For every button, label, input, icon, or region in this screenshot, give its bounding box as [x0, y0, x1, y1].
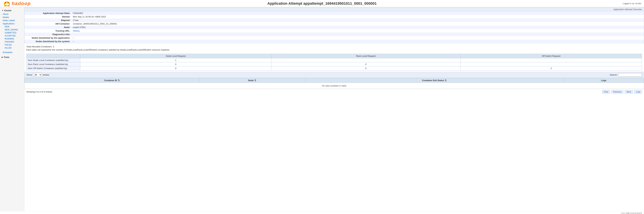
- page-header: hadoop Application Attempt appattempt_16…: [0, 0, 644, 7]
- info-label: Diagnostics Info:: [24, 32, 72, 36]
- cluster-toggle-icon: ▼: [2, 10, 3, 12]
- sidebar-sub-item-running[interactable]: RUNNING: [0, 37, 24, 40]
- stats-col-header-1: Node Local Request: [80, 54, 272, 58]
- sidebar-item-scheduler[interactable]: Scheduler: [0, 51, 24, 54]
- page-title: Application Attempt appattempt_169441950…: [268, 1, 377, 6]
- info-panel: Application Attempt Overview Application…: [24, 7, 644, 43]
- info-value: –: [72, 36, 644, 40]
- footer: ©UH 无趣可乐技术有益系: [0, 211, 644, 214]
- sidebar-sub-item-new_saving[interactable]: NEW_SAVING: [0, 28, 24, 31]
- info-label: Application Attempt State:: [24, 12, 72, 15]
- next-button[interactable]: Next: [625, 90, 633, 94]
- last-button[interactable]: Last: [634, 90, 642, 94]
- stats-cell-2-2: 2: [460, 66, 642, 70]
- stats-cell-1-0: 0: [80, 62, 272, 66]
- info-table-body: Application Attempt State:FINISHEDStarte…: [24, 12, 644, 43]
- entries-controls: Show 102050100 entries Search:: [24, 72, 644, 78]
- data-col-header-node[interactable]: Node ⇅: [199, 78, 305, 83]
- entries-right: Search:: [610, 73, 642, 76]
- info-label: Nodes blacklisted by the system:: [24, 40, 72, 43]
- previous-button[interactable]: Previous: [611, 90, 624, 94]
- info-label: Elapsed:: [24, 18, 72, 22]
- cluster-section[interactable]: ▼ Cluster: [0, 8, 24, 12]
- stats-row-label-0: Num Node Local Containers (satisfied by): [26, 58, 80, 62]
- sidebar-item-applications[interactable]: Applications: [0, 22, 24, 25]
- stats-cell-0-0: 1: [80, 58, 272, 62]
- info-value[interactable]: History: [72, 29, 644, 32]
- sidebar-item-node-labels[interactable]: Node Labels: [0, 19, 24, 22]
- tools-toggle-icon: ▶: [2, 56, 3, 58]
- pagination-buttons: First Previous Next Last: [601, 90, 642, 94]
- total-containers-label: Total Allocated Containers: 3: [26, 45, 642, 48]
- info-value: 17sec: [72, 18, 644, 22]
- data-col-header-logs[interactable]: Logs: [564, 78, 644, 83]
- sidebar: ▼ Cluster About Nodes Node Labels Applic…: [0, 7, 24, 211]
- applications-sub-links: NEWNEW_SAVINGSUBMITTEDACCEPTEDRUNNINGFIN…: [0, 25, 24, 50]
- info-value: [72, 32, 644, 36]
- svg-rect-5: [8, 5, 10, 6]
- stats-cell-0-1: [271, 58, 460, 62]
- info-value: Mon Sep 11 16:06:16 +0800 2023: [72, 15, 644, 18]
- stats-cell-1-1: 0: [271, 62, 460, 66]
- sidebar-divider-2: [0, 54, 24, 55]
- stats-col-header-3: Off Switch Request: [460, 54, 642, 58]
- sort-icon-1: ⇅: [254, 79, 256, 82]
- entries-left: Show 102050100 entries: [26, 73, 49, 77]
- show-label: Show: [26, 74, 32, 76]
- sidebar-item-about[interactable]: About: [0, 12, 24, 16]
- pagination: Showing 0 to 0 of 0 entries First Previo…: [24, 89, 644, 94]
- sidebar-sub-item-killed[interactable]: KILLED: [0, 46, 24, 50]
- hadoop-text: hadoop: [12, 1, 31, 6]
- stats-col-header-0: [26, 54, 80, 58]
- stats-row-label-2: Num Off Switch Containers (satisfied by): [26, 66, 80, 70]
- data-table: Container ID ⇅Node ⇅Container Exit Statu…: [24, 78, 644, 89]
- tools-section[interactable]: ▶ Tools: [0, 55, 24, 59]
- sidebar-sub-item-submitted[interactable]: SUBMITTED: [0, 31, 24, 34]
- search-input[interactable]: [618, 73, 642, 76]
- sort-icon-2: ⇅: [445, 79, 446, 82]
- svg-point-7: [5, 2, 6, 3]
- info-label: Tracking URL:: [24, 29, 72, 32]
- sidebar-sub-item-new[interactable]: NEW: [0, 25, 24, 28]
- cluster-label: Cluster: [4, 9, 12, 12]
- sidebar-sub-item-failed[interactable]: FAILED: [0, 43, 24, 46]
- search-label: Search:: [610, 74, 617, 76]
- sidebar-divider: [0, 50, 24, 51]
- info-label: Node:: [24, 26, 72, 29]
- logged-in-label: Logged in as: dr.who: [623, 2, 641, 5]
- stats-table-body: Num Node Local Containers (satisfied by)…: [26, 58, 642, 70]
- data-col-header-container-id[interactable]: Container ID ⇅: [24, 78, 200, 83]
- main-content: Application Attempt Overview Application…: [24, 7, 644, 211]
- svg-point-8: [8, 2, 8, 3]
- data-table-body: No data available in table: [24, 83, 644, 89]
- first-button[interactable]: First: [602, 90, 610, 94]
- stats-cell-2-0: 0: [80, 66, 272, 70]
- stats-table-wrapper: Node Local RequestRack Local RequestOff …: [24, 54, 644, 70]
- stats-description: Each table cell represents the number of…: [26, 48, 642, 51]
- stats-table: Node Local RequestRack Local RequestOff …: [26, 54, 642, 70]
- sort-icon-0: ⇅: [118, 79, 120, 82]
- hadoop-logo-icon: [3, 0, 11, 7]
- show-entries-select[interactable]: 102050100: [33, 73, 42, 77]
- main-layout: ▼ Cluster About Nodes Node Labels Applic…: [0, 7, 644, 211]
- info-label: Started:: [24, 15, 72, 18]
- footer-text: ©UH 无趣可乐技术有益系: [621, 212, 642, 214]
- tracking-url-link[interactable]: History: [73, 30, 80, 32]
- info-value: FINISHED: [72, 12, 644, 15]
- stats-section: Total Allocated Containers: 3 Each table…: [24, 43, 644, 52]
- stats-cell-0-2: [460, 58, 642, 62]
- sidebar-sub-item-finished[interactable]: FINISHED: [0, 40, 24, 43]
- stats-row-label-1: Num Rack Local Containers (satisfied by): [26, 62, 80, 66]
- entries-label: entries: [43, 74, 49, 76]
- sidebar-sub-item-accepted[interactable]: ACCEPTED: [0, 34, 24, 37]
- data-col-header-container-exit-status[interactable]: Container Exit Status ⇅: [305, 78, 564, 83]
- no-data-cell: No data available in table: [24, 83, 644, 89]
- logo: hadoop: [3, 0, 31, 7]
- info-table: Application Attempt State:FINISHEDStarte…: [24, 12, 644, 43]
- info-label: AM Container:: [24, 22, 72, 26]
- tools-label: Tools: [4, 56, 10, 58]
- info-value: –: [72, 40, 644, 43]
- sidebar-item-nodes[interactable]: Nodes: [0, 16, 24, 19]
- showing-label: Showing 0 to 0 of 0 entries: [26, 90, 52, 93]
- stats-cell-2-1: 0: [271, 66, 460, 70]
